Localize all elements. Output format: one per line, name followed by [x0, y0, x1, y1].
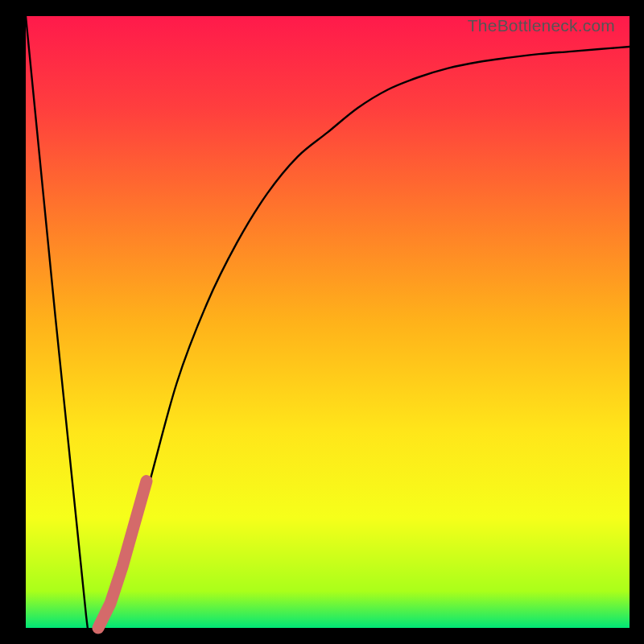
- chart-plot-area: TheBottleneck.com: [26, 16, 630, 628]
- highlight-segment: [98, 481, 147, 628]
- chart-lines: [26, 16, 630, 628]
- watermark: TheBottleneck.com: [468, 16, 615, 35]
- chart-frame: TheBottleneck.com: [0, 0, 644, 644]
- bottleneck-curve: [26, 16, 630, 644]
